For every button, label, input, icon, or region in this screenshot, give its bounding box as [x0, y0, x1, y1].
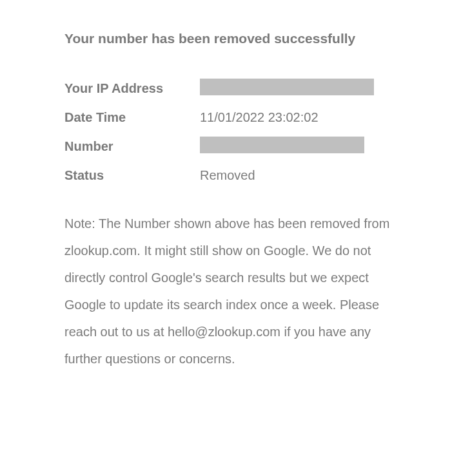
number-value	[200, 137, 364, 157]
datetime-value: 11/01/2022 23:02:02	[200, 110, 319, 125]
status-row: Status Removed	[64, 168, 397, 183]
confirmation-panel: Your number has been removed successfull…	[0, 0, 461, 411]
ip-label: Your IP Address	[64, 81, 200, 96]
status-value: Removed	[200, 168, 255, 183]
ip-row: Your IP Address	[64, 79, 397, 99]
number-row: Number	[64, 137, 397, 157]
datetime-row: Date Time 11/01/2022 23:02:02	[64, 110, 397, 125]
page-heading: Your number has been removed successfull…	[64, 31, 397, 46]
ip-value	[200, 79, 374, 99]
datetime-label: Date Time	[64, 110, 200, 125]
number-label: Number	[64, 139, 200, 154]
ip-redacted	[200, 79, 374, 95]
number-redacted	[200, 137, 364, 153]
note-text: Note: The Number shown above has been re…	[64, 210, 397, 372]
status-label: Status	[64, 168, 200, 183]
